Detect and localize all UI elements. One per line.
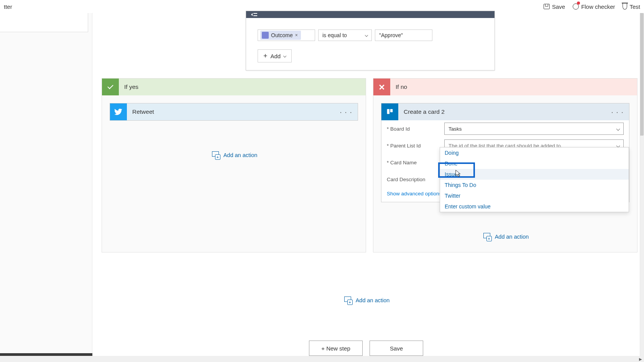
horizontal-scrollbar[interactable]: ▶ [0, 356, 644, 362]
dropdown-item-custom[interactable]: Enter custom value [440, 201, 629, 212]
add-action-icon [343, 296, 352, 304]
retweet-action-card[interactable]: Retweet · · · [110, 103, 358, 121]
flow-checker-icon [573, 3, 579, 10]
branch-no-title: If no [390, 84, 407, 90]
dropdown-item-issues[interactable]: Issues [440, 169, 629, 180]
show-advanced-label: Show advanced options [387, 191, 442, 197]
save-button[interactable]: Save [544, 3, 565, 10]
add-label: Add [271, 53, 281, 59]
token-label: Outcome [271, 32, 293, 38]
add-action-button-yes[interactable]: Add an action [110, 144, 358, 163]
x-icon [373, 79, 390, 95]
page-title-fragment: tter [4, 3, 12, 10]
plus-icon: + [263, 52, 268, 60]
scroll-right-arrow-icon[interactable]: ▶ [638, 356, 643, 362]
branch-yes-header[interactable]: If yes [102, 79, 366, 95]
svg-rect-1 [387, 109, 389, 114]
operator-label: is equal to [322, 32, 347, 38]
test-label: Test [629, 3, 640, 10]
parent-list-label: Parent List Id [387, 143, 440, 149]
add-action-label: Add an action [495, 234, 529, 240]
notification-dot-icon [577, 2, 580, 5]
parent-list-dropdown[interactable]: Doing Done Issues Things To Do Twitter E… [440, 147, 629, 212]
save-icon [544, 4, 550, 9]
create-card-title: Create a card 2 [398, 108, 445, 115]
save-label: Save [552, 3, 565, 10]
svg-rect-2 [390, 109, 393, 112]
board-id-select[interactable]: Tasks [444, 123, 624, 135]
create-card-action[interactable]: Create a card 2 · · · Board Id Tasks Par… [381, 103, 629, 202]
side-panel [0, 13, 88, 32]
branch-if-no: If no Create a card 2 · · · Boar [373, 78, 637, 252]
condition-header[interactable] [246, 11, 495, 18]
check-icon [102, 79, 119, 95]
dropdown-item-doing[interactable]: Doing [440, 147, 629, 158]
condition-operator-select[interactable]: is equal to [318, 29, 372, 41]
chevron-down-icon [365, 34, 368, 37]
branch-no-header[interactable]: If no [373, 79, 637, 95]
action-menu-button[interactable]: · · · [340, 108, 352, 116]
flask-icon [623, 3, 627, 10]
condition-value: "Approve" [379, 32, 403, 38]
branch-if-yes: If yes Retweet · · · [102, 78, 366, 252]
flow-checker-label: Flow checker [581, 3, 615, 10]
board-id-label: Board Id [387, 126, 440, 132]
twitter-icon [110, 103, 127, 120]
retweet-title: Retweet [127, 108, 154, 115]
chevron-down-icon [616, 127, 620, 131]
add-action-button-no[interactable]: Add an action [381, 225, 629, 244]
chevron-down-icon [283, 54, 286, 57]
condition-card[interactable]: Outcome × is equal to "Approve" + Add [246, 11, 495, 70]
add-action-label: Add an action [223, 152, 258, 158]
condition-value-input[interactable]: "Approve" [375, 29, 432, 41]
test-button[interactable]: Test [623, 3, 640, 10]
flow-canvas: Outcome × is equal to "Approve" + Add [92, 13, 640, 362]
flow-checker-button[interactable]: Flow checker [573, 3, 615, 10]
condition-left-operand[interactable]: Outcome × [258, 29, 315, 41]
action-menu-button[interactable]: · · · [611, 108, 624, 116]
dropdown-item-twitter[interactable]: Twitter [440, 190, 629, 201]
add-action-icon [482, 233, 491, 241]
dropdown-item-done[interactable]: Done [440, 158, 629, 169]
new-step-button[interactable]: + New step [309, 341, 363, 356]
branch-yes-title: If yes [119, 84, 138, 90]
add-action-label: Add an action [356, 297, 390, 303]
condition-add-button[interactable]: + Add [258, 49, 292, 62]
board-id-value: Tasks [449, 126, 462, 132]
token-remove-icon[interactable]: × [295, 33, 298, 38]
condition-icon [246, 11, 262, 18]
add-action-icon [210, 151, 220, 159]
card-desc-label: Card Description [387, 177, 440, 182]
add-action-button-global[interactable]: Add an action [92, 289, 640, 308]
save-flow-button[interactable]: Save [370, 341, 423, 356]
dropdown-item-things-to-do[interactable]: Things To Do [440, 180, 629, 190]
card-name-label: Card Name [387, 160, 440, 165]
trello-icon [381, 103, 398, 120]
outcome-token-icon [262, 32, 269, 39]
